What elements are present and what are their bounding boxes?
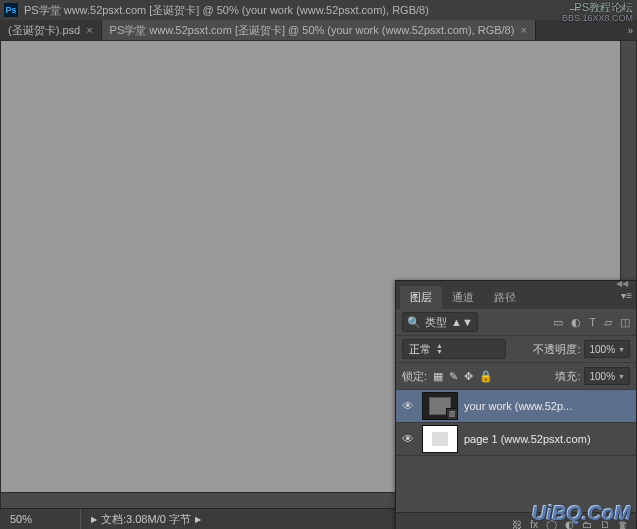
window-controls: — □ × bbox=[563, 0, 635, 16]
window-title: PS学堂 www.52psxt.com [圣诞贺卡] @ 50% (your w… bbox=[24, 3, 633, 18]
trash-icon[interactable]: 🗑 bbox=[618, 519, 628, 530]
layer-item[interactable]: 👁 ▥ your work (www.52p... bbox=[396, 390, 636, 423]
opacity-label: 不透明度: bbox=[533, 342, 580, 357]
blend-mode-value: 正常 bbox=[409, 342, 431, 357]
layer-item[interactable]: 👁 page 1 (www.52psxt.com) bbox=[396, 423, 636, 456]
lock-fill-row: 锁定: ▦ ✎ ✥ 🔒 填充: 100% ▼ bbox=[396, 363, 636, 390]
opacity-field[interactable]: 100% ▼ bbox=[584, 340, 630, 358]
chevron-down-icon: ▼ bbox=[618, 346, 625, 353]
mask-icon[interactable]: ◯ bbox=[546, 519, 557, 530]
filter-type-icon[interactable]: T bbox=[589, 316, 596, 329]
lock-brush-icon[interactable]: ✎ bbox=[449, 370, 458, 383]
layer-thumbnail[interactable] bbox=[422, 425, 458, 453]
layer-name[interactable]: your work (www.52p... bbox=[464, 400, 632, 412]
fill-label: 填充: bbox=[555, 369, 580, 384]
window-titlebar: Ps PS学堂 www.52psxt.com [圣诞贺卡] @ 50% (you… bbox=[0, 0, 637, 20]
filter-type-label: 类型 bbox=[425, 315, 447, 330]
group-icon[interactable]: 🗀 bbox=[582, 519, 592, 530]
fill-field[interactable]: 100% ▼ bbox=[584, 367, 630, 385]
zoom-field[interactable]: 50% bbox=[0, 509, 81, 529]
maximize-button[interactable]: □ bbox=[587, 0, 611, 16]
tab-overflow-button[interactable]: » bbox=[627, 20, 633, 40]
layer-filter-row: 🔍 类型 ▲▼ ▭ ◐ T ▱ ◫ bbox=[396, 309, 636, 336]
minimize-button[interactable]: — bbox=[563, 0, 587, 16]
close-icon[interactable]: × bbox=[520, 24, 526, 36]
chevron-down-icon: ▼ bbox=[618, 373, 625, 380]
layer-filter-icons: ▭ ◐ T ▱ ◫ bbox=[553, 316, 630, 329]
layers-panel: ◀◀ 图层 通道 路径 ▾≡ 🔍 类型 ▲▼ ▭ ◐ T ▱ ◫ 正常 ▲▼ 不… bbox=[395, 280, 637, 529]
layers-list: 👁 ▥ your work (www.52p... 👁 page 1 (www.… bbox=[396, 390, 636, 512]
filter-adjustment-icon[interactable]: ◐ bbox=[571, 316, 581, 329]
filter-image-icon[interactable]: ▭ bbox=[553, 316, 563, 329]
tab-paths[interactable]: 路径 bbox=[484, 286, 526, 309]
layer-thumbnail[interactable]: ▥ bbox=[422, 392, 458, 420]
close-button[interactable]: × bbox=[611, 0, 635, 16]
fill-value: 100% bbox=[589, 371, 615, 382]
ps-logo-icon: Ps bbox=[4, 3, 18, 17]
chevron-updown-icon: ▲▼ bbox=[436, 343, 443, 355]
chevron-right-icon: ▶ bbox=[91, 515, 97, 524]
smart-object-icon: ▥ bbox=[446, 408, 458, 420]
tab-layers[interactable]: 图层 bbox=[400, 286, 442, 309]
new-layer-icon[interactable]: 🗋 bbox=[600, 519, 610, 530]
lock-move-icon[interactable]: ✥ bbox=[464, 370, 473, 383]
filter-shape-icon[interactable]: ▱ bbox=[604, 316, 612, 329]
document-tab[interactable]: PS学堂 www.52psxt.com [圣诞贺卡] @ 50% (your w… bbox=[102, 20, 536, 40]
document-tab-label: (圣诞贺卡).psd bbox=[8, 23, 80, 38]
chevron-right-icon: ▶ bbox=[195, 515, 201, 524]
search-icon: 🔍 bbox=[407, 316, 421, 329]
document-info-label: 文档:3.08M/0 字节 bbox=[101, 512, 191, 527]
layers-footer: ⛓ fx ◯ ◐ 🗀 🗋 🗑 bbox=[396, 512, 636, 529]
chevron-updown-icon: ▲▼ bbox=[451, 316, 473, 328]
panel-menu-button[interactable]: ▾≡ bbox=[621, 290, 632, 301]
filter-smart-icon[interactable]: ◫ bbox=[620, 316, 630, 329]
visibility-toggle[interactable]: 👁 bbox=[400, 399, 416, 413]
blend-mode-select[interactable]: 正常 ▲▼ bbox=[402, 339, 506, 359]
lock-label: 锁定: bbox=[402, 369, 427, 384]
visibility-toggle[interactable]: 👁 bbox=[400, 432, 416, 446]
link-layers-icon[interactable]: ⛓ bbox=[512, 519, 522, 530]
document-tab-label: PS学堂 www.52psxt.com [圣诞贺卡] @ 50% (your w… bbox=[110, 23, 515, 38]
tab-channels[interactable]: 通道 bbox=[442, 286, 484, 309]
layers-empty-area[interactable] bbox=[396, 456, 636, 512]
close-icon[interactable]: × bbox=[86, 24, 92, 36]
layer-filter-type[interactable]: 🔍 类型 ▲▼ bbox=[402, 312, 478, 332]
adjustment-icon[interactable]: ◐ bbox=[565, 519, 574, 530]
lock-all-icon[interactable]: 🔒 bbox=[479, 370, 493, 383]
layer-name[interactable]: page 1 (www.52psxt.com) bbox=[464, 433, 632, 445]
panel-tabs: 图层 通道 路径 ▾≡ bbox=[396, 287, 636, 309]
document-tab[interactable]: (圣诞贺卡).psd × bbox=[0, 20, 102, 40]
fx-icon[interactable]: fx bbox=[530, 519, 538, 530]
document-info[interactable]: ▶ 文档:3.08M/0 字节 ▶ bbox=[81, 512, 211, 527]
blend-opacity-row: 正常 ▲▼ 不透明度: 100% ▼ bbox=[396, 336, 636, 363]
lock-pixels-icon[interactable]: ▦ bbox=[433, 370, 443, 383]
opacity-value: 100% bbox=[589, 344, 615, 355]
document-tabbar: (圣诞贺卡).psd × PS学堂 www.52psxt.com [圣诞贺卡] … bbox=[0, 20, 637, 40]
